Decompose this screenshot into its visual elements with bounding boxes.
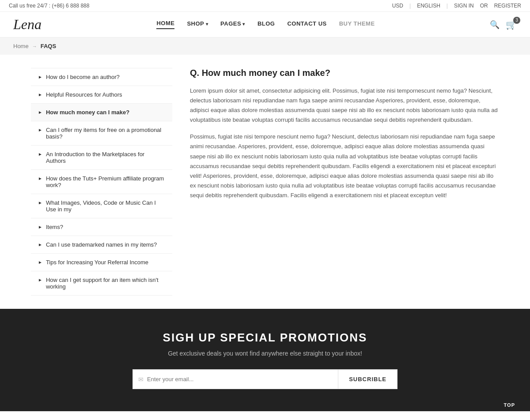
newsletter-email-input[interactable]	[147, 370, 333, 389]
faq-item-3[interactable]: ► Can I offer my items for free on a pro…	[31, 121, 172, 146]
subscribe-button[interactable]: SUBCRIBLE	[338, 369, 398, 389]
faq-item-9[interactable]: ► Tips for Increasing Your Referral Inco…	[31, 254, 172, 271]
newsletter-form: ✉ SUBCRIBLE	[132, 369, 398, 389]
faq-arrow-3: ►	[38, 128, 42, 132]
faq-item-7[interactable]: ► Items?	[31, 218, 172, 236]
nav-pages[interactable]: PAGES	[220, 20, 245, 29]
mail-icon: ✉	[138, 376, 144, 383]
cart-badge: 3	[513, 17, 520, 24]
register-link[interactable]: REGISTER	[494, 3, 521, 9]
faq-sidebar: ► How do I become an author? ► Helpful R…	[31, 68, 172, 296]
nav-shop[interactable]: SHOP	[187, 20, 208, 29]
header: Lena HOME SHOP PAGES BLOG CONTACT US BUY…	[0, 12, 530, 38]
header-icons: 🔍 🛒 3	[490, 19, 517, 30]
nav-buy-theme[interactable]: BUY THEME	[339, 20, 375, 29]
nav-blog[interactable]: BLOG	[257, 20, 275, 29]
cart-button[interactable]: 🛒 3	[506, 19, 517, 30]
breadcrumb-current: FAQS	[41, 43, 56, 49]
main-nav: HOME SHOP PAGES BLOG CONTACT US BUY THEM…	[156, 20, 375, 29]
faq-item-0[interactable]: ► How do I become an author?	[31, 68, 172, 86]
currency-selector[interactable]: USD	[392, 3, 403, 9]
newsletter-input-wrap: ✉	[132, 369, 338, 389]
footer: ABOUT LENA FASHION ADD262 Milacina Mrest…	[0, 411, 530, 420]
faq-arrow-2: ►	[38, 110, 42, 115]
back-to-top-button[interactable]: TOP	[498, 399, 521, 411]
top-bar-right: USD | ENGLISH | SIGN IN OR REGISTER	[392, 3, 521, 9]
newsletter-title: SIGH UP SPECIAL PROMOTIONS	[9, 331, 521, 345]
faq-item-10[interactable]: ► How can I get support for an item whic…	[31, 271, 172, 296]
faq-para-2: Possimus, fugiat iste nisi tempore nesci…	[190, 132, 499, 200]
faq-arrow-0: ►	[38, 75, 42, 79]
faq-arrow-10: ►	[38, 278, 42, 282]
faq-item-4[interactable]: ► An Introduction to the Marketplaces fo…	[31, 146, 172, 170]
faq-item-6[interactable]: ► What Images, Videos, Code or Music Can…	[31, 194, 172, 218]
faq-body: Lorem ipsum dolor sit amet, consectetur …	[190, 86, 499, 200]
logo[interactable]: Lena	[13, 16, 42, 33]
language-selector[interactable]: ENGLISH	[417, 3, 440, 9]
sign-in-link[interactable]: SIGN IN	[454, 3, 474, 9]
faq-item-2[interactable]: ► How much money can I make?	[31, 104, 172, 121]
faq-item-8[interactable]: ► Can I use trademarked names in my item…	[31, 236, 172, 254]
faq-arrow-6: ►	[38, 200, 42, 205]
breadcrumb: Home → FAQS	[0, 38, 530, 55]
faq-para-1: Lorem ipsum dolor sit amet, consectetur …	[190, 86, 499, 125]
newsletter-subtitle: Get exclusive deals you wont find anywhe…	[9, 350, 521, 357]
faq-item-5[interactable]: ► How does the Tuts+ Premium affiliate p…	[31, 170, 172, 194]
faq-arrow-9: ►	[38, 260, 42, 265]
newsletter-section: SIGH UP SPECIAL PROMOTIONS Get exclusive…	[0, 309, 530, 411]
or-text: OR	[480, 3, 488, 9]
faq-arrow-4: ►	[38, 152, 42, 157]
top-bar: Call us free 24/7 : (+86) 6 888 888 USD …	[0, 0, 530, 12]
breadcrumb-arrow: →	[32, 44, 37, 49]
faq-arrow-7: ►	[38, 225, 42, 229]
main-content: ► How do I become an author? ► Helpful R…	[22, 68, 508, 296]
breadcrumb-home[interactable]: Home	[13, 43, 29, 49]
search-button[interactable]: 🔍	[490, 20, 500, 30]
faq-arrow-5: ►	[38, 176, 42, 181]
faq-arrow-1: ►	[38, 92, 42, 97]
faq-question-title: Q. How much money can I make?	[190, 68, 499, 78]
faq-item-1[interactable]: ► Helpful Resources for Authors	[31, 86, 172, 104]
faq-content: Q. How much money can I make? Lorem ipsu…	[190, 68, 499, 296]
faq-arrow-8: ►	[38, 242, 42, 247]
nav-contact[interactable]: CONTACT US	[287, 20, 326, 29]
nav-home[interactable]: HOME	[156, 20, 174, 29]
top-bar-phone: Call us free 24/7 : (+86) 6 888 888	[9, 3, 89, 9]
